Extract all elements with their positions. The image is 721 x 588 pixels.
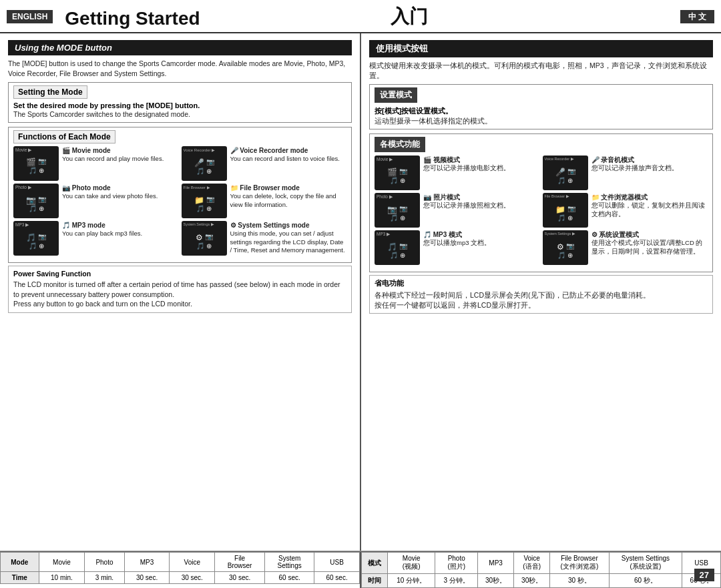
mode-item-movie: Movie ▶ 🎬📷 🎵⊕ 🎬 Movie modeYou can record… (13, 146, 179, 181)
zh-mode-thumb-mp3: MP3 ▶ 🎵📷 🎵⊕ (375, 230, 420, 265)
left-column: Using the MODE button The [MODE] button … (0, 33, 361, 551)
mode-item-system: System Settings ▶ ⚙📷 🎵⊕ ⚙ System Setting… (182, 221, 347, 256)
bottom-section: Mode Movie Photo MP3 Voice FileBrowser S… (0, 551, 721, 588)
zh-mode-item-photo: Photo ▶ 📷📷 🎵⊕ 📷 照片模式您可以记录并播放照相文档。 (375, 193, 540, 228)
right-intro: 模式按键用来改变摄录一体机的模式。可利用的模式有电影，照相，MP3，声音记录，文… (369, 61, 713, 80)
zh-mode-desc-mp3: 🎵 MP3 模式您可以播放mp3 文档。 (423, 230, 491, 248)
right-section-title: 使用模式按钮 (369, 40, 713, 57)
zh-power-saving-text: 各种模式下经过一段时间后，LCD显示屏会关闭(见下面)，已防止不必要的电量消耗。… (375, 290, 708, 310)
mode-desc-photo: 📷 Photo modeYou can take and view photo … (62, 184, 158, 201)
left-intro: The [MODE] button is used to change the … (8, 59, 352, 78)
zh-mode-thumb-movie: Movie ▶ 🎬📷 🎵⊕ (375, 156, 420, 190)
functions-label: Functions of Each Mode (13, 130, 115, 143)
zh-setting-label: 设置模式 (375, 87, 417, 103)
power-saving-title: Power Saving Function (13, 270, 346, 278)
zh-mode-thumb-voice: Voice Recorder ▶ 🎤📷 🎵⊕ (543, 156, 588, 190)
table-left: Mode Movie Photo MP3 Voice FileBrowser S… (0, 552, 361, 588)
mode-thumb-voice: Voice Recorder ▶ 🎤📷 🎵⊕ (182, 146, 227, 181)
power-saving-box: Power Saving Function The LCD monitor is… (8, 266, 352, 313)
time-table-zh: 模式 Movie(视频) Photo(照片) MP3 Voice(语音) Fil… (361, 552, 721, 588)
chinese-badge: 中 文 (680, 10, 714, 23)
page: ENGLISH Getting Started 入门 中 文 Using the… (0, 0, 721, 588)
mode-desc-system: ⚙ System Settings modeUsing this mode, y… (230, 221, 347, 254)
title-right: 入门 (371, 4, 680, 29)
setting-mode-bold: Set the desired mode by pressing the [MO… (13, 101, 346, 109)
mode-thumb-mp3: MP3 ▶ 🎵📷 🎵⊕ (13, 221, 59, 256)
zh-mode-desc-movie: 🎬 视频模式您可以记录并播放电影文档。 (423, 156, 510, 173)
mode-thumb-movie: Movie ▶ 🎬📷 🎵⊕ (13, 146, 59, 181)
power-saving-text: The LCD monitor is turned off after a ce… (13, 280, 346, 309)
zh-setting-mode-box: 设置模式 按[模式]按钮设置模式。 运动型摄录一体机选择指定的模式。 (369, 84, 713, 129)
mode-thumb-filebrowser: File Browser ▶ 📁📷 🎵⊕ (182, 184, 227, 218)
title-left: Getting Started (65, 8, 350, 29)
zh-functions-box: 各模式功能 Movie ▶ 🎬📷 🎵⊕ (369, 133, 713, 272)
zh-mode-desc-photo: 📷 照片模式您可以记录并播放照相文档。 (423, 193, 510, 210)
left-section-title: Using the MODE button (8, 40, 352, 55)
page-number: 27 (694, 569, 714, 581)
mode-item-voice: Voice Recorder ▶ 🎤📷 🎵⊕ 🎤 Voice Recorder … (182, 146, 347, 181)
zh-functions-label: 各模式功能 (375, 137, 425, 152)
zh-setting-sub: 运动型摄录一体机选择指定的模式。 (375, 116, 708, 126)
zh-mode-thumb-system: System Settings ▶ ⚙📷 🎵⊕ (543, 230, 588, 265)
mode-thumb-photo: Photo ▶ 📷📷 🎵⊕ (13, 184, 59, 218)
zh-mode-item-voice: Voice Recorder ▶ 🎤📷 🎵⊕ 🎤 录音机模式您可以记录并播放声音… (543, 156, 708, 190)
zh-mode-thumb-photo: Photo ▶ 📷📷 🎵⊕ (375, 193, 420, 228)
setting-mode-box: Setting the Mode Set the desired mode by… (8, 82, 352, 123)
zh-power-saving-box: 省电功能 各种模式下经过一段时间后，LCD显示屏会关闭(见下面)，已防止不必要的… (369, 275, 713, 314)
zh-mode-desc-filebrowser: 📁 文件浏览器模式您可以删除，锁定，复制文档并且阅读文档内容。 (591, 193, 708, 218)
english-badge: ENGLISH (7, 10, 53, 23)
mode-desc-filebrowser: 📁 File Browser modeYou can delete, lock,… (230, 184, 347, 209)
setting-mode-sub: The Sports Camcorder switches to the des… (13, 109, 346, 119)
zh-mode-item-movie: Movie ▶ 🎬📷 🎵⊕ 🎬 视频模式您可以记录并播放电影文档。 (375, 156, 540, 190)
time-table-en: Mode Movie Photo MP3 Voice FileBrowser S… (0, 552, 360, 584)
zh-setting-bold: 按[模式]按钮设置模式。 (375, 106, 708, 116)
zh-mode-thumb-filebrowser: File Browser ▶ 📁📷 🎵⊕ (543, 193, 588, 228)
mode-thumb-system: System Settings ▶ ⚙📷 🎵⊕ (182, 221, 227, 256)
modes-grid: Movie ▶ 🎬📷 🎵⊕ 🎬 Movie modeYou can record… (13, 146, 346, 256)
mode-item-mp3: MP3 ▶ 🎵📷 🎵⊕ 🎵 MP3 modeYou can play back … (13, 221, 179, 256)
zh-mode-item-system: System Settings ▶ ⚙📷 🎵⊕ ⚙ 系统设置模式使用这个模式,你… (543, 230, 708, 265)
mode-item-filebrowser: File Browser ▶ 📁📷 🎵⊕ 📁 File Browser mode… (182, 184, 347, 218)
functions-box: Functions of Each Mode Movie ▶ 🎬📷 🎵⊕ (8, 127, 352, 263)
header: ENGLISH Getting Started 入门 中 文 (0, 0, 721, 33)
zh-mode-item-mp3: MP3 ▶ 🎵📷 🎵⊕ 🎵 MP3 模式您可以播放mp3 文档。 (375, 230, 540, 265)
mode-item-photo: Photo ▶ 📷📷 🎵⊕ 📷 Photo modeYou can take a… (13, 184, 179, 218)
zh-power-saving-title: 省电功能 (375, 279, 708, 288)
setting-mode-label: Setting the Mode (13, 85, 87, 99)
mode-desc-movie: 🎬 Movie modeYou can record and play movi… (62, 146, 164, 164)
mode-desc-voice: 🎤 Voice Recorder modeYou can record and … (230, 146, 340, 164)
right-column: 使用模式按钮 模式按键用来改变摄录一体机的模式。可利用的模式有电影，照相，MP3… (361, 33, 721, 551)
zh-mode-desc-voice: 🎤 录音机模式您可以记录并播放声音文档。 (591, 156, 678, 173)
main-columns: Using the MODE button The [MODE] button … (0, 33, 721, 551)
zh-mode-item-filebrowser: File Browser ▶ 📁📷 🎵⊕ 📁 文件浏览器模式您可以删除，锁定，复… (543, 193, 708, 228)
zh-modes-grid: Movie ▶ 🎬📷 🎵⊕ 🎬 视频模式您可以记录并播放电影文档。 (375, 156, 708, 265)
mode-desc-mp3: 🎵 MP3 modeYou can play back mp3 files. (62, 221, 142, 238)
zh-mode-desc-system: ⚙ 系统设置模式使用这个模式,你可以设置/调整LCD 的显示，日期/时间，设置和… (591, 230, 708, 256)
table-right: 模式 Movie(视频) Photo(照片) MP3 Voice(语音) Fil… (361, 552, 721, 588)
